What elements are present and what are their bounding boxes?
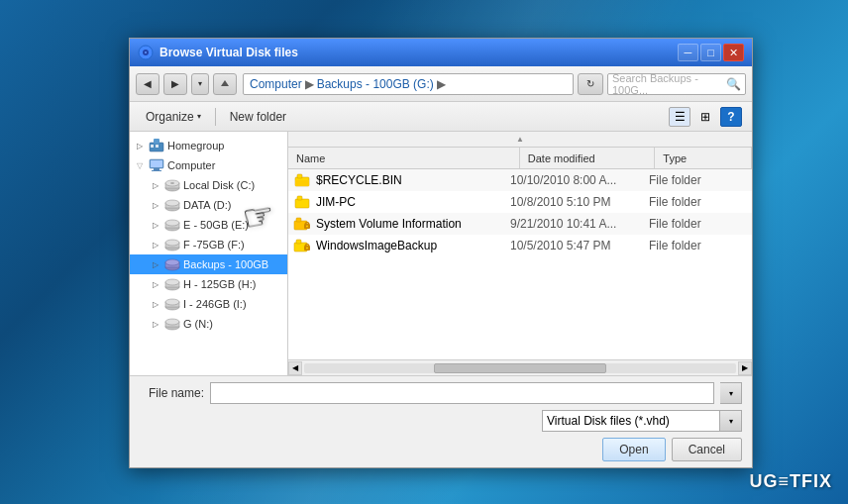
hscroll-right[interactable]: ▶ (738, 361, 752, 375)
hscroll-track[interactable] (304, 363, 736, 373)
file-icon-winimgbackup (292, 239, 312, 252)
svg-rect-5 (151, 145, 154, 148)
file-name-input[interactable] (210, 382, 714, 404)
i-expander: ▷ (150, 298, 161, 310)
h-expander: ▷ (150, 278, 161, 290)
toolbar: Organize ▾ New folder ☰ ⊞ ? (130, 102, 752, 132)
local-disk-label: Local Disk (C:) (183, 179, 255, 191)
maximize-button[interactable]: □ (700, 44, 721, 61)
backups-icon (164, 256, 180, 272)
file-name-dropdown[interactable]: ▾ (720, 382, 742, 404)
close-button[interactable]: ✕ (723, 44, 744, 61)
file-name-recycle: $RECYCLE.BIN (316, 173, 510, 187)
forward-button[interactable]: ▶ (163, 73, 187, 95)
table-row[interactable]: System Volume Information 9/21/2010 10:4… (288, 213, 752, 235)
homegroup-label: Homegroup (167, 140, 224, 151)
nav-item-backups[interactable]: ▷ Backups - 100GB (130, 254, 287, 274)
col-header-date[interactable]: Date modified (520, 148, 656, 168)
file-list-header: Name Date modified Type (288, 148, 752, 169)
watermark-text: UG≡TFIX (750, 471, 833, 492)
view-details-button[interactable]: ☰ (669, 107, 690, 127)
file-type-value: Virtual Disk files (*.vhd) (547, 414, 670, 428)
col-header-name[interactable]: Name (288, 148, 520, 168)
nav-panel-container: ▷ Homegroup ▽ (130, 132, 288, 375)
dialog-title: Browse Virtual Disk files (159, 46, 678, 59)
nav-item-homegroup[interactable]: ▷ Homegroup (130, 136, 287, 155)
table-row[interactable]: JIM-PC 10/8/2010 5:10 PM File folder (288, 191, 752, 213)
cancel-button[interactable]: Cancel (672, 438, 742, 461)
search-box[interactable]: Search Backups - 100G... 🔍 (607, 73, 746, 95)
e-expander: ▷ (150, 219, 161, 231)
svg-rect-6 (156, 145, 159, 148)
nav-item-g[interactable]: ▷ G (N:) (130, 314, 287, 334)
file-type-row: Virtual Disk files (*.vhd) ▾ (140, 410, 742, 432)
help-button[interactable]: ? (720, 107, 742, 127)
search-placeholder: Search Backups - 100G... (612, 72, 726, 96)
organize-button[interactable]: Organize ▾ (140, 108, 207, 126)
data-icon (164, 197, 180, 213)
f-label: F -75GB (F:) (183, 239, 245, 251)
svg-rect-39 (295, 199, 309, 208)
new-folder-button[interactable]: New folder (224, 108, 292, 126)
homegroup-expander: ▷ (134, 140, 146, 151)
svg-rect-40 (297, 196, 302, 200)
up-button[interactable] (213, 73, 237, 95)
nav-item-f[interactable]: ▷ F -75GB (F:) (130, 235, 287, 254)
data-label: DATA (D:) (183, 199, 231, 211)
svg-point-29 (165, 279, 179, 285)
table-row[interactable]: $RECYCLE.BIN 10/10/2010 8:00 A... File f… (288, 169, 752, 191)
file-name-row: File name: ▾ (140, 382, 742, 404)
file-name-winimgbackup: WindowsImageBackup (316, 239, 510, 252)
i-icon (164, 296, 180, 312)
svg-point-17 (165, 200, 179, 206)
file-list-body: $RECYCLE.BIN 10/10/2010 8:00 A... File f… (288, 169, 752, 359)
file-type-dropdown-arrow[interactable]: ▾ (720, 410, 742, 432)
file-type-select-container: Virtual Disk files (*.vhd) ▾ (542, 410, 742, 432)
hscroll-thumb[interactable] (434, 363, 606, 373)
breadcrumb-computer[interactable]: Computer (250, 77, 302, 91)
nav-item-i[interactable]: ▷ I - 246GB (I:) (130, 294, 287, 314)
file-type-winimgbackup: File folder (649, 239, 748, 252)
nav-item-data[interactable]: ▷ DATA (D:) (130, 195, 287, 215)
breadcrumb-backups[interactable]: Backups - 100GB (G:) (317, 77, 434, 91)
sort-arrow: ▲ (516, 135, 524, 144)
file-date-recycle: 10/10/2010 8:00 A... (510, 173, 649, 187)
table-row[interactable]: WindowsImageBackup 10/5/2010 5:47 PM Fil… (288, 235, 752, 256)
address-bar-area: ◀ ▶ ▾ Computer ▶ Backups - 100GB (G:) ▶ … (130, 66, 752, 102)
svg-rect-46 (296, 240, 301, 244)
h-icon (164, 276, 180, 292)
main-content: ▷ Homegroup ▽ (130, 132, 752, 375)
local-disk-expander: ▷ (150, 179, 161, 191)
i-label: I - 246GB (I:) (183, 298, 247, 310)
nav-item-local-disk[interactable]: ▷ Local Disk (C:) (130, 175, 287, 195)
back-button[interactable]: ◀ (136, 73, 159, 95)
horizontal-scrollbar[interactable]: ◀ ▶ (288, 359, 752, 375)
file-type-recycle: File folder (649, 173, 748, 187)
svg-point-20 (165, 220, 179, 226)
hscroll-left[interactable]: ◀ (288, 361, 302, 375)
view-tiles-button[interactable]: ⊞ (694, 107, 716, 127)
f-expander: ▷ (150, 239, 161, 251)
svg-rect-38 (297, 174, 302, 178)
nav-item-e[interactable]: ▷ E - 50GB (E:) (130, 215, 287, 235)
open-button[interactable]: Open (602, 438, 665, 461)
col-header-type[interactable]: Type (655, 148, 752, 168)
dropdown-arrow-button[interactable]: ▾ (191, 73, 209, 95)
col-date-label: Date modified (528, 152, 595, 164)
file-type-select[interactable]: Virtual Disk files (*.vhd) (542, 410, 720, 432)
nav-item-computer[interactable]: ▽ Computer (130, 155, 287, 175)
file-type-sysvolinfo: File folder (649, 217, 748, 231)
file-icon-jimpc (292, 195, 312, 209)
refresh-button[interactable]: ↻ (578, 73, 603, 95)
address-breadcrumb[interactable]: Computer ▶ Backups - 100GB (G:) ▶ (243, 73, 574, 95)
svg-rect-10 (152, 170, 161, 171)
title-bar: Browse Virtual Disk files ─ □ ✕ (130, 39, 752, 66)
svg-point-44 (306, 226, 308, 228)
g-icon (164, 316, 180, 332)
nav-item-h[interactable]: ▷ H - 125GB (H:) (130, 274, 287, 294)
file-name-sysvolinfo: System Volume Information (316, 217, 510, 231)
g-expander: ▷ (150, 318, 161, 330)
e-icon (164, 217, 180, 233)
minimize-button[interactable]: ─ (678, 44, 698, 61)
data-expander: ▷ (150, 199, 161, 211)
